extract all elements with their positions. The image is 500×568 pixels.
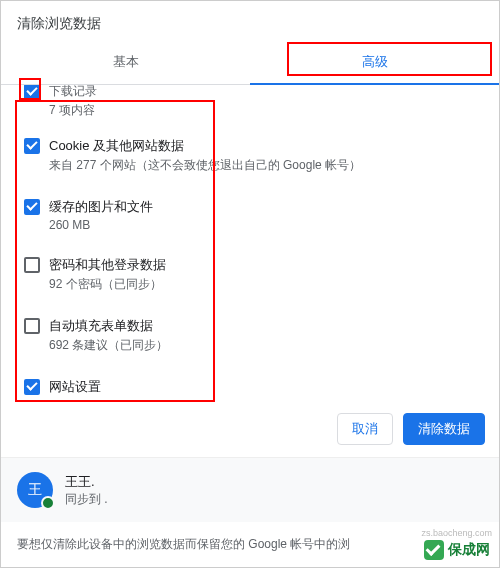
- dialog-title: 清除浏览数据: [1, 1, 499, 43]
- item-subtitle: 2 个网站: [49, 398, 487, 401]
- clear-browsing-data-dialog: 清除浏览数据 基本 高级 下载记录 7 项内容 Cookie 及其他网站数据 来…: [0, 0, 500, 568]
- watermark-url: zs.baocheng.com: [421, 528, 492, 538]
- clear-data-button[interactable]: 清除数据: [403, 413, 485, 445]
- dialog-footer: 取消 清除数据: [1, 401, 499, 457]
- checkbox-autofill[interactable]: [24, 318, 40, 334]
- item-title: 缓存的图片和文件: [49, 198, 487, 216]
- item-subtitle: 92 个密码（已同步）: [49, 276, 487, 293]
- item-title: 自动填充表单数据: [49, 317, 487, 335]
- check-shield-icon: [424, 540, 444, 560]
- item-title: 网站设置: [49, 378, 487, 396]
- watermark-text: 保成网: [448, 541, 490, 559]
- sync-status-icon: [41, 496, 55, 510]
- item-title: 密码和其他登录数据: [49, 256, 487, 274]
- watermark: 保成网: [420, 538, 494, 562]
- account-name: 王王.: [65, 473, 108, 491]
- item-subtitle: 692 条建议（已同步）: [49, 337, 487, 354]
- list-item: Cookie 及其他网站数据 来自 277 个网站（这不会致使您退出自己的 Go…: [7, 125, 499, 186]
- cancel-button[interactable]: 取消: [337, 413, 393, 445]
- item-title: 下载记录: [49, 85, 487, 100]
- options-list: 下载记录 7 项内容 Cookie 及其他网站数据 来自 277 个网站（这不会…: [1, 85, 499, 401]
- list-item: 网站设置 2 个网站: [7, 366, 499, 401]
- sync-subtitle: 同步到 .: [65, 491, 108, 508]
- checkbox-downloads[interactable]: [24, 85, 40, 100]
- list-item: 缓存的图片和文件 260 MB: [7, 186, 499, 244]
- checkbox-passwords[interactable]: [24, 257, 40, 273]
- checkbox-cookies[interactable]: [24, 138, 40, 154]
- avatar-letter: 王: [28, 481, 42, 499]
- item-subtitle: 260 MB: [49, 218, 487, 232]
- list-item-downloads-peek: 下载记录 7 项内容: [7, 85, 499, 125]
- avatar: 王: [17, 472, 53, 508]
- item-subtitle: 来自 277 个网站（这不会致使您退出自己的 Google 帐号）: [49, 157, 487, 174]
- checkbox-site-settings[interactable]: [24, 379, 40, 395]
- list-item: 自动填充表单数据 692 条建议（已同步）: [7, 305, 499, 366]
- checkbox-cache[interactable]: [24, 199, 40, 215]
- tabs: 基本 高级: [1, 43, 499, 85]
- sync-account-bar: 王 王王. 同步到 .: [1, 457, 499, 522]
- item-title: Cookie 及其他网站数据: [49, 137, 487, 155]
- tab-advanced[interactable]: 高级: [250, 43, 499, 85]
- list-item: 密码和其他登录数据 92 个密码（已同步）: [7, 244, 499, 305]
- tab-basic[interactable]: 基本: [1, 43, 250, 84]
- item-subtitle: 7 项内容: [49, 102, 487, 119]
